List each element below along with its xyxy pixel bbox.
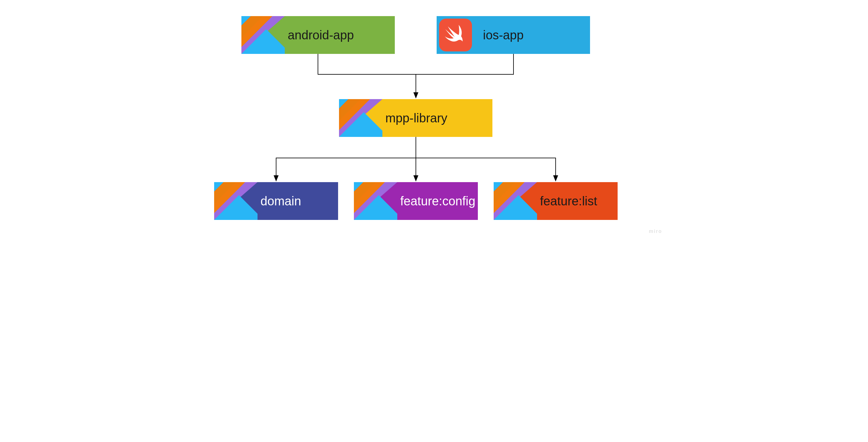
node-android-app: android-app <box>241 16 395 54</box>
kotlin-icon <box>494 182 537 220</box>
node-mpp-library: mpp-library <box>339 99 492 137</box>
svg-marker-23 <box>494 195 537 220</box>
svg-marker-11 <box>214 182 257 220</box>
node-label: feature:config <box>400 194 475 208</box>
node-feature-config: feature:config <box>354 182 478 220</box>
node-feature-list: feature:list <box>494 182 618 220</box>
edge-android-to-mpp <box>318 54 416 98</box>
node-domain: domain <box>214 182 338 220</box>
svg-marker-16 <box>354 182 397 220</box>
svg-marker-0 <box>241 16 263 38</box>
svg-marker-7 <box>339 99 370 130</box>
svg-marker-21 <box>494 182 537 220</box>
svg-marker-2 <box>241 16 272 47</box>
svg-marker-19 <box>354 182 363 191</box>
svg-marker-13 <box>214 195 257 220</box>
edge-ios-to-mpp <box>416 54 514 74</box>
svg-marker-1 <box>241 16 285 54</box>
node-label: ios-app <box>483 28 524 42</box>
kotlin-icon <box>354 182 397 220</box>
svg-marker-8 <box>339 112 382 137</box>
svg-marker-24 <box>494 182 503 191</box>
kotlin-icon <box>241 16 285 54</box>
kotlin-icon <box>214 182 257 220</box>
svg-marker-22 <box>494 182 525 213</box>
node-ios-app: ios-app <box>437 16 590 54</box>
svg-marker-6 <box>339 99 382 137</box>
node-label: mpp-library <box>385 111 447 125</box>
svg-marker-12 <box>214 182 245 213</box>
watermark: miro <box>649 229 662 234</box>
edge-mpp-to-domain <box>276 137 416 181</box>
svg-marker-4 <box>241 16 251 25</box>
node-label: android-app <box>288 28 354 42</box>
swift-icon <box>439 19 472 52</box>
svg-marker-18 <box>354 195 397 220</box>
node-label: domain <box>260 194 301 208</box>
svg-marker-9 <box>339 99 348 108</box>
svg-marker-5 <box>339 99 361 121</box>
kotlin-icon <box>339 99 382 137</box>
svg-marker-20 <box>494 182 515 204</box>
svg-marker-10 <box>214 182 236 204</box>
edge-mpp-to-list <box>416 137 556 181</box>
svg-marker-14 <box>214 182 223 191</box>
node-label: feature:list <box>540 194 597 208</box>
svg-marker-3 <box>241 29 285 54</box>
diagram-canvas: android-app ios-app mpp-library <box>202 0 666 236</box>
svg-marker-17 <box>354 182 385 213</box>
svg-marker-15 <box>354 182 376 204</box>
